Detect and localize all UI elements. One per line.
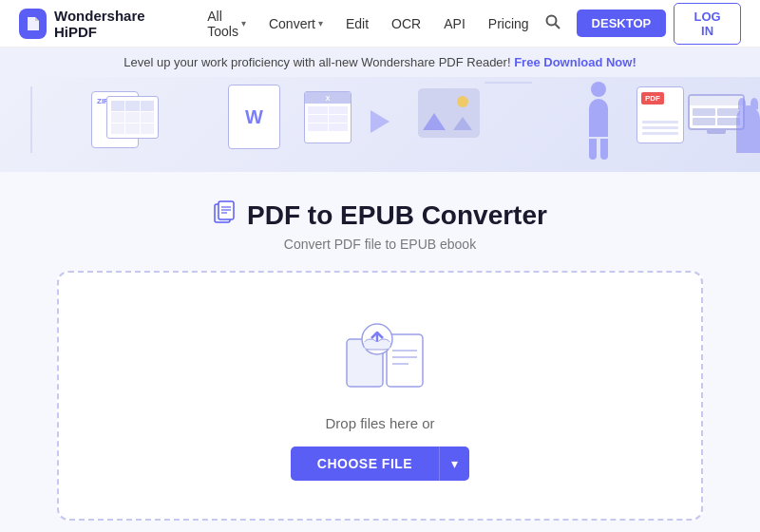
page-title-area: PDF to EPUB Converter [19,200,741,231]
file-drop-zone[interactable]: Drop files here or CHOOSE FILE ▾ [57,271,703,521]
person-figure [589,82,608,160]
page-title: PDF to EPUB Converter [247,200,547,231]
drop-text: Drop files here or [325,415,434,431]
play-arrow-icon [370,110,390,133]
main-content: PDF to EPUB Converter Convert PDF file t… [0,172,760,532]
desktop-button[interactable]: DESKTOP [577,10,667,37]
promo-banner: Level up your work proficiency with all-… [0,48,760,77]
nav-label: OCR [391,16,421,31]
choose-file-dropdown-button[interactable]: ▾ [439,446,469,481]
upload-illustration [337,320,423,396]
nav-label: API [444,16,466,31]
nav-label: Edit [346,16,369,31]
login-button[interactable]: LOG IN [674,3,741,45]
nav-label: Convert [269,16,315,31]
banner-text: Level up your work proficiency with all-… [124,55,510,69]
pdf-doc-shape: PDF [636,86,684,143]
logo[interactable]: Wondershare HiPDF [19,8,179,40]
logo-icon [19,9,47,39]
logo-svg [25,15,42,32]
search-icon[interactable] [539,8,567,40]
nav-label: All Tools [207,9,238,39]
chevron-down-icon: ▾ [318,18,323,28]
choose-file-button[interactable]: CHOOSE FILE [291,446,439,481]
hero-illustration: W X [0,77,760,172]
spreadsheet-shape: X [304,91,352,143]
chevron-down-icon: ▾ [241,18,246,28]
line-decoration-h [484,82,532,84]
nav-label: Pricing [488,16,529,31]
svg-line-1 [555,24,560,28]
nav-item-edit[interactable]: Edit [336,10,378,37]
svg-point-0 [546,15,556,25]
pdf-copy-icon [213,200,238,231]
animal-figure [736,105,760,153]
nav-links: All Tools ▾ Convert ▾ Edit OCR API Prici… [198,3,538,45]
nav-item-pricing[interactable]: Pricing [479,10,539,37]
line-decoration [30,86,32,153]
logo-text: Wondershare HiPDF [54,8,179,40]
nav-item-all-tools[interactable]: All Tools ▾ [198,3,256,45]
nav-item-api[interactable]: API [434,10,475,37]
chevron-down-icon: ▾ [451,456,458,471]
page-subtitle: Convert PDF file to EPUB ebook [19,237,741,252]
choose-file-area: CHOOSE FILE ▾ [291,446,469,481]
nav-item-convert[interactable]: Convert ▾ [259,10,332,37]
banner-link[interactable]: Free Download Now! [514,55,636,69]
table-shape [106,96,159,139]
illustration-container: W X [0,77,760,172]
nav-item-ocr[interactable]: OCR [382,10,430,37]
image-shape [418,88,480,138]
navbar: Wondershare HiPDF All Tools ▾ Convert ▾ … [0,0,760,48]
word-doc-shape: W [228,85,280,149]
